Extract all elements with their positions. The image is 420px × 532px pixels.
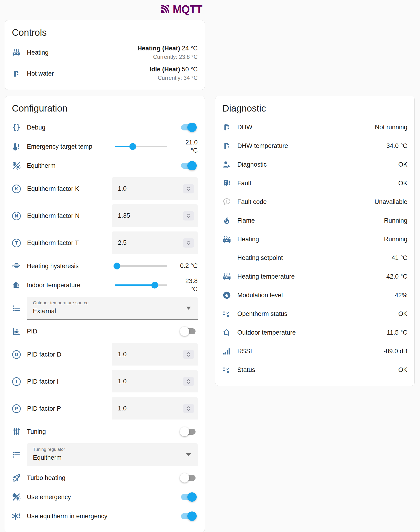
diag-row-heating[interactable]: Heating Running xyxy=(222,230,407,249)
chevron-up-down-icon xyxy=(185,378,192,384)
snowflake-alert-icon xyxy=(12,512,21,520)
sensor-label: DHW temperature xyxy=(237,142,380,149)
climate-state: Heating (Heat) 24 °C Currently: 23.8 °C xyxy=(137,45,198,60)
equitherm-factor-t-input[interactable]: 2.5 xyxy=(112,232,198,254)
setting-label: Equitherm factor T xyxy=(27,239,106,247)
sensor-value: OK xyxy=(398,366,407,374)
slider-value: 23.8 °C xyxy=(177,277,198,293)
use-emergency-toggle[interactable] xyxy=(181,494,195,500)
config-row-use-emergency: Use emergency xyxy=(12,488,198,507)
heating-hysteresis-slider[interactable] xyxy=(115,265,167,267)
diag-row-dhw[interactable]: DHW Not running xyxy=(222,118,407,136)
use-equitherm-in-emergency-toggle[interactable] xyxy=(181,513,195,519)
format-list-bulleted-icon xyxy=(12,304,21,313)
thermometer-water-icon xyxy=(222,253,231,262)
sensor-value: 41 °C xyxy=(391,254,407,262)
number-value: 1.0 xyxy=(118,405,127,412)
tuning-regulator-select[interactable]: Tuning regulator Equitherm xyxy=(27,443,198,466)
radiator-icon xyxy=(222,272,231,281)
dropdown-arrow-icon xyxy=(186,453,191,456)
diag-row-outdoor-temperature[interactable]: Outdoor temperature 11.5 °C xyxy=(222,323,407,342)
config-row-equitherm: Equitherm xyxy=(12,156,198,175)
turbo-heating-toggle[interactable] xyxy=(181,475,195,481)
setting-label: PID factor P xyxy=(27,405,106,412)
equitherm-toggle[interactable] xyxy=(181,163,195,169)
sensor-value: 42% xyxy=(395,292,407,299)
number-stepper[interactable] xyxy=(183,350,194,359)
sensor-label: Fault code xyxy=(237,198,368,206)
alpha-t-circle-icon: T xyxy=(12,239,21,247)
home-thermometer-icon xyxy=(12,281,21,290)
message-alert-icon xyxy=(222,197,231,206)
number-stepper[interactable] xyxy=(183,211,194,221)
diag-row-fault-code[interactable]: Fault code Unavailable xyxy=(222,192,407,211)
diag-row-dhw-temperature[interactable]: DHW temperature 34.0 °C xyxy=(222,136,407,155)
diagnostic-title: Diagnostic xyxy=(222,103,407,114)
sensor-label: Status xyxy=(237,366,392,374)
hysteresis-icon xyxy=(12,262,21,270)
control-row-heating[interactable]: Heating Heating (Heat) 24 °C Currently: … xyxy=(12,42,198,63)
diag-row-heating-setpoint[interactable]: Heating setpoint 41 °C xyxy=(222,249,407,267)
mqtt-logo-text: MQTT xyxy=(173,2,202,16)
config-row-outdoor-temperature-source: Outdoor temperature source External xyxy=(12,295,198,322)
sensor-label: Heating temperature xyxy=(237,273,380,280)
controls-card: Controls Heating Heating (Heat) 24 °C Cu… xyxy=(5,20,205,90)
debug-toggle[interactable] xyxy=(181,124,195,131)
sensor-label: Heating xyxy=(237,236,378,243)
slider-value: 21.0 °C xyxy=(177,138,198,155)
diag-row-rssi[interactable]: RSSI -89.0 dB xyxy=(222,342,407,360)
control-label: Heating xyxy=(27,49,131,56)
setting-label: Debug xyxy=(27,124,175,131)
sensor-label: DHW xyxy=(237,124,369,131)
alpha-d-circle-icon: D xyxy=(12,350,21,359)
number-stepper[interactable] xyxy=(183,184,194,193)
signal-icon xyxy=(222,347,231,355)
dropdown-arrow-icon xyxy=(186,307,191,310)
controls-title: Controls xyxy=(12,27,198,38)
diag-row-diagnostic[interactable]: Diagnostic OK xyxy=(222,155,407,174)
sensor-value: Running xyxy=(384,217,407,224)
pid-factor-i-input[interactable]: 1.0 xyxy=(112,370,198,393)
sensor-label: Diagnostic xyxy=(237,161,392,168)
fire-circle-icon xyxy=(222,291,231,300)
number-stepper[interactable] xyxy=(183,404,194,413)
device-page: MQTT Controls Heating Heating (Heat) 24 … xyxy=(0,0,420,532)
diag-row-opentherm-status[interactable]: Opentherm status OK xyxy=(222,305,407,323)
tuning-toggle[interactable] xyxy=(181,429,195,435)
diag-row-heating-temperature[interactable]: Heating temperature 42.0 °C xyxy=(222,267,407,286)
setting-label: PID factor D xyxy=(27,351,106,358)
equitherm-factor-k-input[interactable]: 1.0 xyxy=(112,177,198,200)
equitherm-factor-n-input[interactable]: 1.35 xyxy=(112,204,198,227)
water-pump-icon xyxy=(222,123,231,132)
config-row-turbo-heating: Turbo heating xyxy=(12,468,198,488)
pid-factor-p-input[interactable]: 1.0 xyxy=(112,397,198,420)
sensor-label: Flame xyxy=(237,217,378,224)
setting-label: PID xyxy=(27,328,175,335)
sensor-label: Outdoor temperature xyxy=(237,329,381,336)
number-stepper[interactable] xyxy=(183,238,194,248)
pid-toggle[interactable] xyxy=(181,328,195,334)
config-row-heating-hysteresis: Heating hysteresis 0.2 °C xyxy=(12,256,198,276)
mqtt-logo-icon xyxy=(160,4,171,15)
setting-label: Tuning xyxy=(27,428,175,435)
control-row-hot-water[interactable]: Hot water Idle (Heat) 50 °C Currently: 3… xyxy=(12,63,198,84)
control-label: Hot water xyxy=(27,70,144,77)
emergency-target-temp-slider[interactable] xyxy=(115,146,167,147)
outdoor-temperature-source-select[interactable]: Outdoor temperature source External xyxy=(27,297,198,320)
setting-label: Turbo heating xyxy=(27,474,175,482)
setting-label: Equitherm factor K xyxy=(27,185,106,192)
number-stepper[interactable] xyxy=(183,377,194,386)
water-pump-icon xyxy=(12,69,21,78)
diag-row-fault[interactable]: Fault OK xyxy=(222,174,407,192)
sun-snowflake-icon xyxy=(12,493,21,502)
alpha-p-circle-icon: P xyxy=(12,404,21,413)
sensor-label: RSSI xyxy=(237,348,377,355)
diag-row-flame[interactable]: Flame Running xyxy=(222,211,407,230)
diag-row-status[interactable]: Status OK xyxy=(222,360,407,379)
configuration-title: Configuration xyxy=(12,103,198,114)
alpha-i-circle-icon: I xyxy=(12,377,21,386)
alpha-n-circle-icon: N xyxy=(12,212,21,220)
pid-factor-d-input[interactable]: 1.0 xyxy=(112,343,198,366)
indoor-temperature-slider[interactable] xyxy=(115,284,167,286)
diag-row-modulation-level[interactable]: Modulation level 42% xyxy=(222,286,407,305)
